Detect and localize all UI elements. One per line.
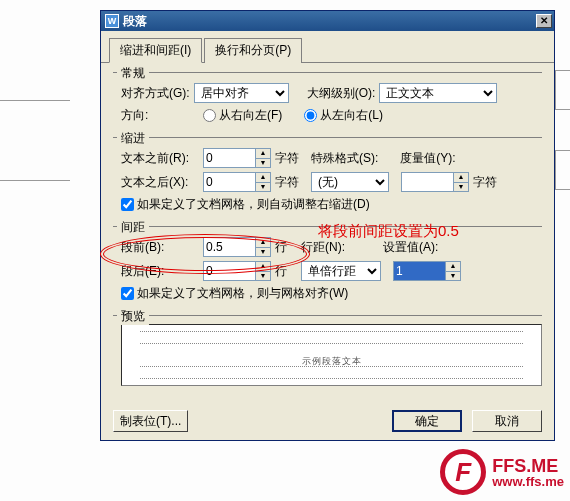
ok-button[interactable]: 确定 bbox=[392, 410, 462, 432]
label-text-after: 文本之后(X): bbox=[121, 174, 199, 191]
checkbox-auto-adjust[interactable]: 如果定义了文档网格，则自动调整右缩进(D) bbox=[121, 196, 370, 213]
group-general: 常规 对齐方式(G): 居中对齐 大纲级别(O): 正文文本 方向: 从右向左(… bbox=[113, 72, 542, 134]
paragraph-dialog: W 段落 ✕ 缩进和间距(I) 换行和分页(P) 常规 对齐方式(G): 居中对… bbox=[100, 10, 555, 441]
unit-line-1: 行 bbox=[275, 239, 287, 256]
space-before-spinner[interactable]: ▲▼ bbox=[203, 237, 271, 257]
app-icon: W bbox=[105, 14, 119, 28]
tab-strip: 缩进和间距(I) 换行和分页(P) bbox=[101, 31, 554, 63]
space-before-input[interactable] bbox=[203, 237, 255, 257]
label-line-spacing: 行距(N): bbox=[301, 239, 345, 256]
preview-sample: 示例段落文本 bbox=[140, 355, 523, 356]
tab-label-indent: 缩进和间距(I) bbox=[120, 43, 191, 57]
watermark: F FFS.ME www.ffs.me bbox=[440, 449, 564, 495]
spin-up-icon[interactable]: ▲ bbox=[255, 237, 271, 247]
legend-general: 常规 bbox=[117, 65, 149, 82]
spin-up-icon[interactable]: ▲ bbox=[255, 148, 271, 158]
indent-after-input[interactable] bbox=[203, 172, 255, 192]
checkbox-grid-align[interactable]: 如果定义了文档网格，则与网格对齐(W) bbox=[121, 285, 348, 302]
radio-rtl[interactable]: 从右向左(F) bbox=[203, 107, 282, 124]
tab-panel: 常规 对齐方式(G): 居中对齐 大纲级别(O): 正文文本 方向: 从右向左(… bbox=[101, 63, 554, 402]
label-alignment: 对齐方式(G): bbox=[121, 85, 190, 102]
watermark-line1: FFS.ME bbox=[492, 457, 564, 475]
spin-down-icon[interactable]: ▼ bbox=[445, 271, 461, 282]
label-outline: 大纲级别(O): bbox=[307, 85, 376, 102]
spin-up-icon[interactable]: ▲ bbox=[255, 172, 271, 182]
special-format-select[interactable]: (无) bbox=[311, 172, 389, 192]
measure-spinner[interactable]: ▲▼ bbox=[401, 172, 469, 192]
spin-down-icon[interactable]: ▼ bbox=[255, 247, 271, 258]
watermark-logo-icon: F bbox=[440, 449, 486, 495]
tab-label-pagebreak: 换行和分页(P) bbox=[215, 43, 291, 57]
dialog-title: 段落 bbox=[123, 13, 536, 30]
radio-ltr[interactable]: 从左向右(L) bbox=[304, 107, 383, 124]
legend-indent: 缩进 bbox=[117, 130, 149, 147]
label-special: 特殊格式(S): bbox=[311, 150, 378, 167]
tab-indent-spacing[interactable]: 缩进和间距(I) bbox=[109, 38, 202, 63]
indent-before-input[interactable] bbox=[203, 148, 255, 168]
label-space-after: 段后(E): bbox=[121, 263, 199, 280]
unit-char-1: 字符 bbox=[275, 150, 299, 167]
cancel-button[interactable]: 取消 bbox=[472, 410, 542, 432]
measure-input[interactable] bbox=[401, 172, 453, 192]
watermark-line2: www.ffs.me bbox=[492, 475, 564, 488]
spin-down-icon[interactable]: ▼ bbox=[255, 182, 271, 193]
alignment-select[interactable]: 居中对齐 bbox=[194, 83, 289, 103]
label-space-before: 段前(B): bbox=[121, 239, 199, 256]
preview-box: 示例段落文本 bbox=[121, 324, 542, 386]
unit-line-2: 行 bbox=[275, 263, 287, 280]
label-direction: 方向: bbox=[121, 107, 199, 124]
line-spacing-select[interactable]: 单倍行距 bbox=[301, 261, 381, 281]
spin-down-icon[interactable]: ▼ bbox=[453, 182, 469, 193]
group-indent: 缩进 文本之前(R): ▲▼ 字符 特殊格式(S): 度量值(Y): 文本之后(… bbox=[113, 137, 542, 223]
titlebar[interactable]: W 段落 ✕ bbox=[101, 11, 554, 31]
outline-level-select[interactable]: 正文文本 bbox=[379, 83, 497, 103]
set-value-input[interactable] bbox=[393, 261, 445, 281]
set-value-spinner[interactable]: ▲▼ bbox=[393, 261, 461, 281]
close-icon[interactable]: ✕ bbox=[536, 14, 552, 28]
legend-preview: 预览 bbox=[117, 308, 149, 325]
spin-up-icon[interactable]: ▲ bbox=[453, 172, 469, 182]
tab-line-page-break[interactable]: 换行和分页(P) bbox=[204, 38, 302, 63]
spin-up-icon[interactable]: ▲ bbox=[445, 261, 461, 271]
dialog-footer: 制表位(T)... 确定 取消 bbox=[101, 402, 554, 440]
unit-char-2: 字符 bbox=[275, 174, 299, 191]
tabstops-button[interactable]: 制表位(T)... bbox=[113, 410, 188, 432]
spin-down-icon[interactable]: ▼ bbox=[255, 158, 271, 169]
label-text-before: 文本之前(R): bbox=[121, 150, 199, 167]
unit-char-3: 字符 bbox=[473, 174, 497, 191]
indent-before-spinner[interactable]: ▲▼ bbox=[203, 148, 271, 168]
label-set-value: 设置值(A): bbox=[383, 239, 438, 256]
legend-spacing: 间距 bbox=[117, 219, 149, 236]
spin-up-icon[interactable]: ▲ bbox=[255, 261, 271, 271]
space-after-input[interactable] bbox=[203, 261, 255, 281]
spin-down-icon[interactable]: ▼ bbox=[255, 271, 271, 282]
group-preview: 预览 示例段落文本 bbox=[113, 315, 542, 392]
space-after-spinner[interactable]: ▲▼ bbox=[203, 261, 271, 281]
indent-after-spinner[interactable]: ▲▼ bbox=[203, 172, 271, 192]
label-measure: 度量值(Y): bbox=[400, 150, 455, 167]
group-spacing: 间距 段前(B): ▲▼ 行 行距(N): 设置值(A): 段后(E): ▲▼ bbox=[113, 226, 542, 312]
